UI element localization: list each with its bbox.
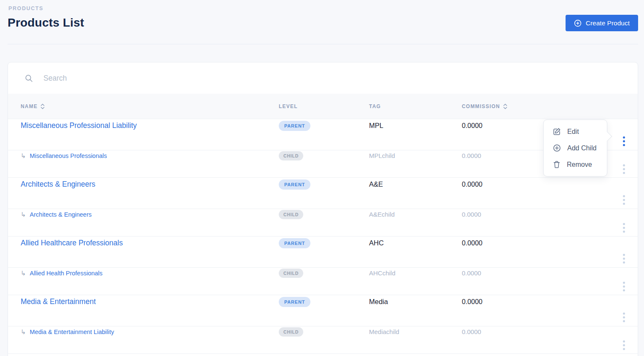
level-badge: PARENT bbox=[279, 297, 310, 307]
level-cell: PARENT bbox=[279, 121, 369, 131]
product-name-link[interactable]: Miscellaneous Professional Liability bbox=[21, 121, 137, 130]
menu-item-label: Edit bbox=[567, 128, 579, 136]
edit-icon bbox=[553, 128, 561, 136]
product-tag: MPLchild bbox=[369, 152, 462, 159]
kebab-cell bbox=[610, 338, 638, 353]
product-tag: A&E bbox=[369, 180, 462, 188]
product-name-link[interactable]: Media & Entertainment Liability bbox=[30, 329, 114, 335]
product-commission: 0.0000 bbox=[462, 269, 610, 277]
column-header-label: NAME bbox=[21, 103, 38, 109]
level-badge: PARENT bbox=[279, 179, 310, 190]
row-context-menu: Edit Add Child Remove bbox=[543, 120, 607, 177]
child-arrow-icon: ↳ bbox=[21, 270, 26, 276]
level-badge: CHILD bbox=[279, 327, 303, 337]
level-cell: CHILD bbox=[279, 151, 369, 160]
search-bar bbox=[8, 63, 638, 94]
product-name-link[interactable]: Media & Entertainment bbox=[21, 297, 96, 306]
level-badge: PARENT bbox=[279, 121, 310, 131]
column-header-level: LEVEL bbox=[279, 103, 369, 109]
product-commission: 0.0000 bbox=[462, 211, 610, 218]
product-commission: 0.0000 bbox=[462, 181, 610, 188]
products-card: NAME LEVELTAGCOMMISSION ↳ Miscellaneous … bbox=[8, 62, 638, 356]
menu-item-edit[interactable]: Edit bbox=[544, 123, 607, 140]
column-header-label: LEVEL bbox=[279, 103, 298, 109]
table-row: ↳ Architects & Engineers CHILD A&Echild … bbox=[8, 209, 638, 236]
create-product-button[interactable]: Create Product bbox=[566, 15, 638, 31]
menu-item-remove[interactable]: Remove bbox=[544, 156, 607, 173]
kebab-cell bbox=[610, 162, 638, 177]
product-tag: AHC bbox=[369, 239, 462, 247]
kebab-menu-button[interactable] bbox=[619, 220, 629, 235]
menu-item-label: Remove bbox=[567, 161, 592, 168]
table-row: ↳ Media & Entertainment Liability CHILD … bbox=[8, 326, 638, 354]
product-commission: 0.0000 bbox=[462, 298, 610, 306]
level-badge: CHILD bbox=[279, 210, 303, 219]
level-cell: CHILD bbox=[279, 327, 369, 337]
name-cell: ↳ Architects & Engineers bbox=[21, 180, 279, 189]
search-icon bbox=[25, 74, 33, 82]
column-header-commission[interactable]: COMMISSION bbox=[462, 103, 610, 110]
kebab-menu-button[interactable] bbox=[619, 279, 629, 294]
kebab-cell bbox=[610, 310, 638, 325]
column-header-tag: TAG bbox=[369, 103, 462, 109]
product-name-link[interactable]: Architects & Engineers bbox=[21, 180, 95, 189]
table-row: ↳ Allied Health Professionals CHILD AHCc… bbox=[8, 268, 638, 295]
kebab-menu-button[interactable] bbox=[619, 251, 629, 266]
product-name-link[interactable]: Architects & Engineers bbox=[30, 211, 92, 218]
name-cell: ↳ Media & Entertainment bbox=[21, 297, 279, 306]
menu-item-add-child[interactable]: Add Child bbox=[544, 140, 607, 156]
kebab-cell bbox=[610, 251, 638, 266]
kebab-menu-button[interactable] bbox=[619, 310, 629, 325]
search-input[interactable] bbox=[43, 74, 638, 83]
name-cell: ↳ Allied Healthcare Professionals bbox=[21, 239, 279, 247]
header-divider bbox=[8, 44, 638, 44]
column-header-name[interactable]: NAME bbox=[21, 103, 279, 110]
kebab-cell bbox=[610, 134, 638, 149]
level-cell: PARENT bbox=[279, 238, 369, 248]
product-name-link[interactable]: Allied Healthcare Professionals bbox=[21, 239, 123, 247]
menu-item-label: Add Child bbox=[567, 144, 596, 152]
kebab-menu-button[interactable] bbox=[619, 193, 629, 207]
kebab-cell bbox=[610, 193, 638, 207]
table-row: ↳ Media & Entertainment PARENT Media 0.0… bbox=[8, 295, 638, 326]
child-arrow-icon: ↳ bbox=[21, 211, 26, 217]
kebab-menu-button[interactable] bbox=[619, 338, 629, 353]
level-badge: PARENT bbox=[279, 238, 310, 248]
product-tag: A&Echild bbox=[369, 211, 462, 218]
breadcrumb: PRODUCTS bbox=[8, 5, 43, 11]
plus-circle-icon bbox=[553, 144, 561, 152]
product-tag: Mediachild bbox=[369, 328, 462, 335]
child-arrow-icon: ↳ bbox=[21, 152, 26, 159]
name-cell: ↳ Architects & Engineers bbox=[21, 211, 279, 218]
trash-icon bbox=[553, 160, 560, 168]
sort-icon bbox=[503, 103, 507, 110]
table-row: ↳ Architects & Engineers PARENT A&E 0.00… bbox=[8, 178, 638, 209]
name-cell: ↳ Media & Entertainment Liability bbox=[21, 329, 279, 335]
name-cell: ↳ Miscellaneous Professionals bbox=[21, 152, 279, 159]
level-badge: CHILD bbox=[279, 151, 303, 160]
column-header-label: COMMISSION bbox=[462, 103, 500, 109]
level-cell: CHILD bbox=[279, 210, 369, 219]
child-arrow-icon: ↳ bbox=[21, 329, 26, 335]
create-product-button-label: Create Product bbox=[586, 19, 630, 27]
page-header: PRODUCTS Products List Create Product bbox=[0, 0, 644, 44]
name-cell: ↳ Allied Health Professionals bbox=[21, 270, 279, 277]
kebab-menu-button[interactable] bbox=[619, 134, 629, 149]
name-cell: ↳ Miscellaneous Professional Liability bbox=[21, 121, 279, 130]
plus-circle-icon bbox=[574, 19, 582, 27]
product-name-link[interactable]: Miscellaneous Professionals bbox=[30, 152, 107, 159]
level-badge: CHILD bbox=[279, 269, 303, 278]
product-tag: AHCchild bbox=[369, 269, 462, 277]
sort-icon bbox=[40, 103, 45, 110]
level-cell: CHILD bbox=[279, 269, 369, 278]
kebab-menu-button[interactable] bbox=[619, 162, 629, 177]
kebab-cell bbox=[610, 279, 638, 294]
product-commission: 0.0000 bbox=[462, 328, 610, 335]
level-cell: PARENT bbox=[279, 179, 369, 190]
product-commission: 0.0000 bbox=[462, 239, 610, 247]
level-cell: PARENT bbox=[279, 297, 369, 307]
product-name-link[interactable]: Allied Health Professionals bbox=[30, 270, 102, 277]
column-header-label: TAG bbox=[369, 103, 381, 109]
page-title: Products List bbox=[8, 16, 84, 30]
kebab-cell bbox=[610, 220, 638, 235]
